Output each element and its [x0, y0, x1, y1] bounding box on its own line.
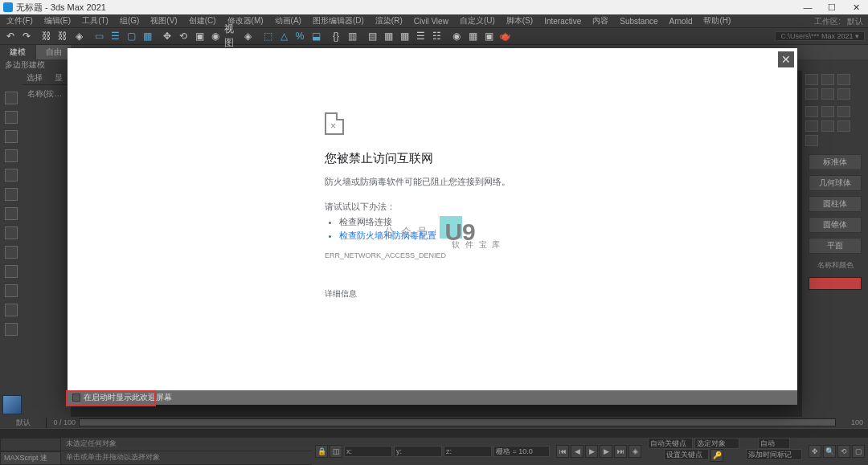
- angle-snap-icon[interactable]: △: [276, 29, 291, 43]
- align-icon[interactable]: ▤: [365, 29, 379, 43]
- menu-view[interactable]: 视图(V): [147, 15, 180, 27]
- show-on-start-checkbox[interactable]: [72, 394, 80, 402]
- motion-tab-icon[interactable]: [805, 88, 818, 100]
- rotate-icon[interactable]: ⟲: [176, 29, 190, 43]
- rail-icon[interactable]: [5, 265, 18, 278]
- unlink-icon[interactable]: ⛓: [55, 29, 70, 43]
- menu-help[interactable]: 帮助(H): [700, 15, 734, 27]
- layer-icon[interactable]: ▦: [381, 29, 395, 43]
- rp-btn-cone[interactable]: 圆锥体: [809, 217, 862, 233]
- ribbon-icon[interactable]: ▦: [397, 29, 411, 43]
- mirror-icon[interactable]: ▥: [345, 29, 359, 43]
- menu-interactive[interactable]: Interactive: [541, 17, 584, 26]
- menu-create[interactable]: 创建(C): [186, 15, 219, 27]
- rail-icon[interactable]: [5, 111, 18, 124]
- menu-group[interactable]: 组(G): [117, 15, 142, 27]
- place-icon[interactable]: ◉: [208, 29, 223, 43]
- spinner-snap-icon[interactable]: ⬓: [309, 29, 323, 43]
- scale-icon[interactable]: ▣: [192, 29, 207, 43]
- rp-btn-geo[interactable]: 几何球体: [809, 175, 862, 191]
- rail-icon[interactable]: [5, 226, 18, 239]
- play-icon[interactable]: ▶: [585, 445, 598, 458]
- pan-icon[interactable]: ✥: [809, 445, 821, 458]
- window-cross-icon[interactable]: ▦: [140, 29, 154, 43]
- addtime-label[interactable]: 添加时间标记: [746, 449, 802, 460]
- menu-custom[interactable]: 自定义(U): [457, 15, 498, 27]
- system-icon[interactable]: [805, 135, 818, 146]
- redo-icon[interactable]: ↷: [19, 29, 34, 43]
- timeline[interactable]: [0, 428, 868, 438]
- rp-btn-cyl[interactable]: 圆柱体: [809, 196, 862, 212]
- space-icon[interactable]: [837, 120, 850, 132]
- display-tab-icon[interactable]: [821, 88, 834, 100]
- utility-tab-icon[interactable]: [837, 88, 850, 100]
- render-frame-icon[interactable]: ▣: [481, 29, 496, 43]
- rail-icon[interactable]: [5, 169, 18, 182]
- menu-file[interactable]: 文件(F): [3, 15, 36, 27]
- create-tab-icon[interactable]: [805, 74, 818, 85]
- rail-icon[interactable]: [5, 188, 18, 201]
- light-icon[interactable]: [837, 106, 850, 117]
- rp-btn-std[interactable]: 标准体: [809, 154, 862, 170]
- material-icon[interactable]: ◉: [449, 29, 464, 43]
- geom-icon[interactable]: [805, 106, 818, 117]
- curve-icon[interactable]: ☰: [413, 29, 428, 43]
- helper-icon[interactable]: [821, 120, 834, 132]
- project-path[interactable]: C:\Users\*** Max 2021 ▾: [775, 31, 865, 41]
- viewcube-icon[interactable]: [2, 395, 22, 414]
- dialog-close-button[interactable]: ✕: [778, 51, 794, 67]
- autokey-btn[interactable]: 自动关键点: [648, 438, 693, 449]
- zoom-icon[interactable]: 🔍: [823, 445, 836, 458]
- iso-icon[interactable]: ◫: [330, 445, 342, 458]
- coord-y[interactable]: y:: [394, 446, 442, 457]
- modify-tab-icon[interactable]: [821, 74, 834, 85]
- close-button[interactable]: ✕: [844, 0, 868, 14]
- rail-icon[interactable]: [5, 130, 18, 143]
- schematic-icon[interactable]: ☷: [429, 29, 444, 43]
- rail-icon[interactable]: [5, 304, 18, 316]
- menu-anim[interactable]: 动画(A): [272, 15, 305, 27]
- minimize-button[interactable]: —: [796, 0, 820, 14]
- rail-icon[interactable]: [5, 149, 18, 162]
- render-setup-icon[interactable]: ▦: [465, 29, 480, 43]
- select-rect-icon[interactable]: ▢: [124, 29, 138, 43]
- rail-icon[interactable]: [5, 323, 18, 336]
- shape-icon[interactable]: [821, 106, 834, 117]
- lock-icon[interactable]: 🔒: [315, 445, 328, 458]
- coord-x[interactable]: x:: [344, 446, 392, 457]
- menu-tools[interactable]: 工具(T): [79, 15, 112, 27]
- coord-z[interactable]: z:: [444, 446, 492, 457]
- named-sel-icon[interactable]: {}: [329, 29, 343, 43]
- tab-modeling[interactable]: 建模: [0, 45, 36, 59]
- rail-icon[interactable]: [5, 207, 18, 220]
- error-detail[interactable]: 详细信息: [325, 288, 797, 300]
- pivot-icon[interactable]: ◈: [240, 29, 255, 43]
- menu-render[interactable]: 渲染(R): [372, 15, 406, 27]
- coord-icon[interactable]: 视图: [224, 29, 239, 43]
- key-mode-icon[interactable]: ◈: [628, 445, 641, 458]
- key-icon[interactable]: 🔑: [710, 449, 723, 462]
- prev-frame-icon[interactable]: ◀: [571, 445, 583, 458]
- next-frame-icon[interactable]: ▶: [600, 445, 612, 458]
- percent-snap-icon[interactable]: %: [293, 29, 307, 43]
- select-icon[interactable]: ▭: [92, 29, 106, 43]
- link-icon[interactable]: ⛓: [39, 29, 54, 43]
- menu-content[interactable]: 内容: [589, 15, 612, 27]
- time-slider[interactable]: [79, 418, 836, 426]
- camera-icon[interactable]: [805, 120, 818, 132]
- orbit-icon[interactable]: ⟲: [837, 445, 850, 458]
- menu-arnold[interactable]: Arnold: [666, 17, 696, 26]
- workspace-selector[interactable]: 工作区: 默认: [814, 16, 863, 27]
- setkey-btn[interactable]: 设置关键点: [664, 449, 709, 460]
- select-name-icon[interactable]: ☰: [108, 29, 122, 43]
- snap-icon[interactable]: ⬚: [260, 29, 275, 43]
- menu-script[interactable]: 脚本(S): [503, 15, 536, 27]
- max-icon[interactable]: ▢: [852, 445, 865, 458]
- render-icon[interactable]: 🫖: [497, 29, 512, 43]
- maxscript-label[interactable]: MAXScript 迷: [0, 451, 61, 465]
- goto-end-icon[interactable]: ⏭: [614, 445, 627, 458]
- menu-substance[interactable]: Substance: [616, 17, 661, 26]
- filter-sel[interactable]: 选定对象: [694, 438, 739, 449]
- lp-tab-select[interactable]: 选择: [23, 71, 47, 84]
- bind-icon[interactable]: ◈: [72, 29, 86, 43]
